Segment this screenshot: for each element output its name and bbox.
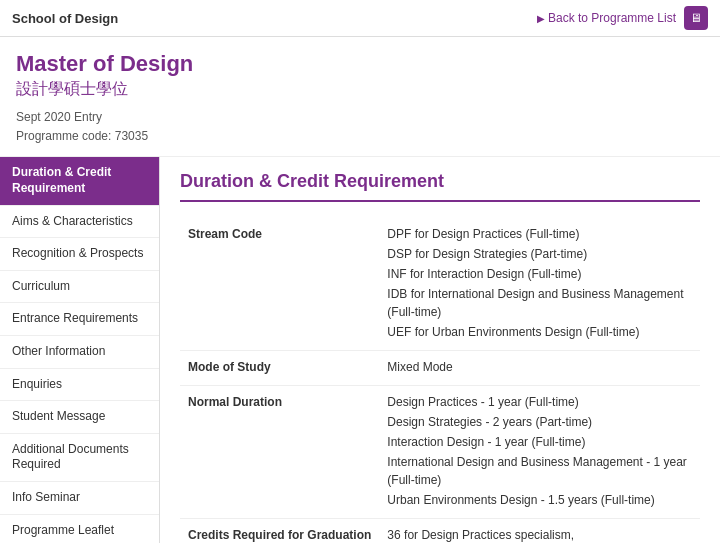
sidebar-item-entrance[interactable]: Entrance Requirements: [0, 303, 159, 336]
row-value: DPF for Design Practices (Full-time)DSP …: [379, 218, 700, 351]
value-line: Interaction Design - 1 year (Full-time): [387, 433, 692, 451]
sidebar-item-other[interactable]: Other Information: [0, 336, 159, 369]
value-line: 36 for Design Practices specialism,: [387, 526, 692, 543]
sidebar-item-recognition[interactable]: Recognition & Prospects: [0, 238, 159, 271]
row-value: Design Practices - 1 year (Full-time)Des…: [379, 386, 700, 519]
school-title: School of Design: [12, 11, 118, 26]
value-line: DSP for Design Strategies (Part-time): [387, 245, 692, 263]
main-layout: Duration & Credit RequirementAims & Char…: [0, 157, 720, 543]
sidebar-item-additional[interactable]: Additional Documents Required: [0, 434, 159, 482]
programme-title: Master of Design: [16, 51, 704, 77]
table-row: Normal DurationDesign Practices - 1 year…: [180, 386, 700, 519]
sidebar-item-curriculum[interactable]: Curriculum: [0, 271, 159, 304]
row-label: Mode of Study: [180, 351, 379, 386]
programme-header: Master of Design 設計學碩士學位 Sept 2020 Entry…: [0, 37, 720, 157]
row-label: Normal Duration: [180, 386, 379, 519]
entry-label: Sept 2020 Entry: [16, 110, 102, 124]
content-area: Duration & Credit Requirement Stream Cod…: [160, 157, 720, 543]
row-value: 36 for Design Practices specialism,36 fo…: [379, 519, 700, 543]
value-line: INF for Interaction Design (Full-time): [387, 265, 692, 283]
value-line: International Design and Business Manage…: [387, 453, 692, 489]
sidebar-item-enquiries[interactable]: Enquiries: [0, 369, 159, 402]
top-bar-right: Back to Programme List 🖥: [537, 6, 708, 30]
programme-meta: Sept 2020 Entry Programme code: 73035: [16, 108, 704, 146]
back-to-list-link[interactable]: Back to Programme List: [537, 11, 676, 25]
value-line: UEF for Urban Environments Design (Full-…: [387, 323, 692, 341]
table-row: Credits Required for Graduation36 for De…: [180, 519, 700, 543]
row-label: Credits Required for Graduation: [180, 519, 379, 543]
sidebar: Duration & Credit RequirementAims & Char…: [0, 157, 160, 543]
row-value: Mixed Mode: [379, 351, 700, 386]
sidebar-item-duration[interactable]: Duration & Credit Requirement: [0, 157, 159, 205]
value-line: DPF for Design Practices (Full-time): [387, 225, 692, 243]
table-row: Stream CodeDPF for Design Practices (Ful…: [180, 218, 700, 351]
programme-title-cn: 設計學碩士學位: [16, 79, 704, 100]
sidebar-item-leaflet[interactable]: Programme Leaflet: [0, 515, 159, 544]
info-table: Stream CodeDPF for Design Practices (Ful…: [180, 218, 700, 543]
value-line: IDB for International Design and Busines…: [387, 285, 692, 321]
sidebar-item-aims[interactable]: Aims & Characteristics: [0, 206, 159, 239]
sidebar-item-student[interactable]: Student Message: [0, 401, 159, 434]
sidebar-item-info[interactable]: Info Seminar: [0, 482, 159, 515]
value-line: Design Practices - 1 year (Full-time): [387, 393, 692, 411]
section-title: Duration & Credit Requirement: [180, 171, 700, 202]
top-bar: School of Design Back to Programme List …: [0, 0, 720, 37]
code-label: Programme code:: [16, 129, 111, 143]
code-value: 73035: [115, 129, 148, 143]
row-label: Stream Code: [180, 218, 379, 351]
table-row: Mode of StudyMixed Mode: [180, 351, 700, 386]
value-line: Design Strategies - 2 years (Part-time): [387, 413, 692, 431]
value-line: Mixed Mode: [387, 358, 692, 376]
screen-icon: 🖥: [684, 6, 708, 30]
value-line: Urban Environments Design - 1.5 years (F…: [387, 491, 692, 509]
